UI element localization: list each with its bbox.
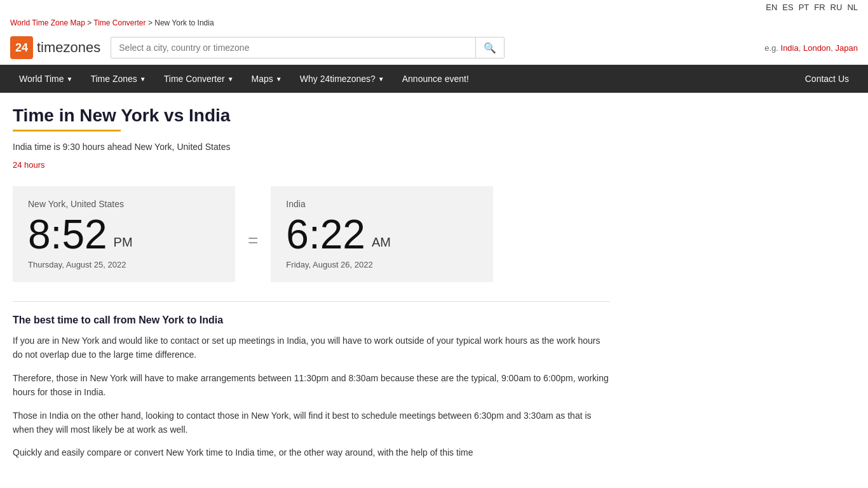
best-time-para-3: Those in India on the other hand, lookin… xyxy=(13,409,610,437)
24-hours-link[interactable]: 24 hours xyxy=(13,160,45,170)
nav-time-zones-arrow: ▼ xyxy=(140,76,146,83)
clock-left-date: Thursday, August 25, 2022 xyxy=(28,260,220,269)
search-bar: 🔍 xyxy=(111,37,505,58)
best-time-para-2: Therefore, those in New York will have t… xyxy=(13,371,610,400)
nav-announce-label: Announce event! xyxy=(402,74,469,84)
nav-world-time[interactable]: World Time ▼ xyxy=(10,65,81,93)
nav-time-converter-arrow: ▼ xyxy=(227,76,234,83)
lang-en[interactable]: EN xyxy=(766,3,777,12)
nav-why-label: Why 24timezones? xyxy=(300,74,376,84)
clock-right-city: India xyxy=(286,199,478,209)
nav-maps-label: Maps xyxy=(252,74,273,84)
logo-text: timezones xyxy=(37,39,100,56)
clock-box-left: New York, United States 8:52 PM Thursday… xyxy=(13,186,235,282)
nav-time-converter-label: Time Converter xyxy=(164,74,225,84)
clock-left-ampm: PM xyxy=(114,235,133,255)
best-time-section: The best time to call from New York to I… xyxy=(13,301,610,460)
nav-why[interactable]: Why 24timezones? ▼ xyxy=(291,65,393,93)
best-time-para-4: Quickly and easily compare or convert Ne… xyxy=(13,445,610,459)
example-japan[interactable]: Japan xyxy=(836,43,858,53)
clock-right-time-row: 6:22 AM xyxy=(286,214,478,255)
nav-maps-arrow: ▼ xyxy=(276,76,282,83)
main-nav: World Time ▼ Time Zones ▼ Time Converter… xyxy=(0,65,868,93)
nav-world-time-arrow: ▼ xyxy=(67,76,73,83)
clocks-row: New York, United States 8:52 PM Thursday… xyxy=(13,186,610,282)
search-icon: 🔍 xyxy=(484,43,496,53)
nav-announce[interactable]: Announce event! xyxy=(393,65,478,93)
search-input[interactable] xyxy=(111,37,475,58)
main-content: Time in New York vs India India time is … xyxy=(0,93,623,482)
breadcrumb-time-converter[interactable]: Time Converter xyxy=(93,18,146,27)
lang-ru[interactable]: RU xyxy=(831,3,843,12)
lang-nl[interactable]: NL xyxy=(847,3,858,12)
nav-time-zones-label: Time Zones xyxy=(90,74,137,84)
clock-left-city: New York, United States xyxy=(28,199,220,209)
example-london[interactable]: London xyxy=(803,43,831,53)
breadcrumb-separator-1: > xyxy=(87,18,93,27)
clock-right-date: Friday, August 26, 2022 xyxy=(286,260,478,269)
examples-prefix: e.g. xyxy=(764,43,778,53)
subtitle: India time is 9:30 hours ahead New York,… xyxy=(13,142,610,152)
nav-contact[interactable]: Contact Us xyxy=(796,65,858,93)
breadcrumb-current: New York to India xyxy=(154,18,214,27)
nav-time-zones[interactable]: Time Zones ▼ xyxy=(81,65,154,93)
logo-icon: 24 xyxy=(10,36,33,59)
nav-why-arrow: ▼ xyxy=(378,76,384,83)
clock-box-right: India 6:22 AM Friday, August 26, 2022 xyxy=(271,186,493,282)
best-time-para-1: If you are in New York and would like to… xyxy=(13,334,610,362)
logo-link[interactable]: 24 timezones xyxy=(10,36,100,59)
title-underline xyxy=(13,130,121,132)
language-bar: EN ES PT FR RU NL xyxy=(0,0,868,15)
best-time-title: The best time to call from New York to I… xyxy=(13,315,610,326)
clock-right-ampm: AM xyxy=(372,235,391,255)
nav-world-time-label: World Time xyxy=(19,74,64,84)
header: 24 timezones 🔍 e.g. India, London, Japan xyxy=(0,31,868,65)
clock-right-time: 6:22 xyxy=(286,214,365,255)
breadcrumb-separator-2: > xyxy=(148,18,154,27)
clock-left-time: 8:52 xyxy=(28,214,107,255)
breadcrumb: World Time Zone Map > Time Converter > N… xyxy=(0,15,868,31)
search-examples: e.g. India, London, Japan xyxy=(764,43,858,53)
breadcrumb-world-time[interactable]: World Time Zone Map xyxy=(10,18,85,27)
nav-maps[interactable]: Maps ▼ xyxy=(243,65,291,93)
equals-sign: = xyxy=(235,231,271,251)
lang-es[interactable]: ES xyxy=(782,3,793,12)
example-india[interactable]: India xyxy=(781,43,799,53)
page-title: Time in New York vs India xyxy=(13,105,610,126)
lang-pt[interactable]: PT xyxy=(799,3,810,12)
clock-left-time-row: 8:52 PM xyxy=(28,214,220,255)
lang-fr[interactable]: FR xyxy=(814,3,825,12)
search-button[interactable]: 🔍 xyxy=(475,37,504,58)
nav-time-converter[interactable]: Time Converter ▼ xyxy=(155,65,243,93)
